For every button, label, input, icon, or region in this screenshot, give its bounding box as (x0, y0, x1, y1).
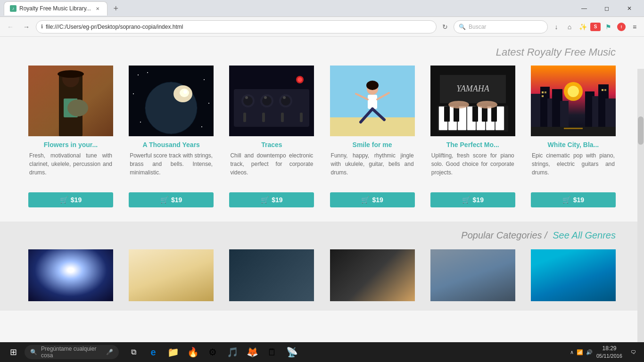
music-title[interactable]: Flowers in your... (28, 136, 113, 151)
notes-app[interactable]: 🗒 (263, 343, 281, 361)
category-card[interactable] (330, 249, 415, 301)
see-all-link[interactable]: See All Genres (553, 230, 616, 240)
svg-rect-42 (368, 95, 377, 109)
shield-icon[interactable]: ⚑ (603, 21, 614, 33)
music-title[interactable]: The Perfect Mo... (430, 136, 515, 151)
scrollbar[interactable] (637, 69, 644, 362)
svg-rect-81 (604, 89, 606, 91)
extensions-icon[interactable]: ✨ (577, 21, 588, 33)
time-display: 18:29 (596, 345, 622, 353)
tab-close-button[interactable]: ✕ (94, 5, 101, 12)
maximize-button[interactable]: ◻ (596, 2, 618, 15)
fire-app[interactable]: 🔥 (184, 343, 202, 361)
browser-titlebar: ♪ Royalty Free Music Library... ✕ + — ◻ … (0, 0, 644, 17)
back-button[interactable]: ← (4, 20, 17, 33)
menu-icon[interactable]: ≡ (629, 21, 640, 33)
volume-icon[interactable]: 🔊 (586, 349, 593, 355)
latest-section-header: Latest Royalty Free Music (0, 37, 644, 66)
explorer-app[interactable]: 📁 (164, 343, 182, 361)
browser-window: ♪ Royalty Free Music Library... ✕ + — ◻ … (0, 0, 644, 362)
search-bar[interactable]: 🔍 Buscar (454, 20, 548, 33)
home-icon[interactable]: ⌂ (564, 21, 575, 33)
mic-icon: 🎤 (106, 349, 113, 355)
url-text[interactable]: file:///C:/Users/eg-pr/Desktop/soprano-c… (46, 24, 431, 30)
category-card[interactable] (229, 249, 314, 301)
music-title[interactable]: A Thousand Years (129, 136, 214, 151)
scrollbar-thumb[interactable] (638, 116, 644, 145)
buy-button[interactable]: 🛒 $19 (330, 192, 415, 207)
search-placeholder: Buscar (469, 24, 486, 30)
svg-rect-34 (243, 113, 246, 122)
search-text: Pregúntame cualquier cosa (41, 346, 102, 359)
cart-icon: 🛒 (60, 196, 68, 204)
settings-app[interactable]: ⚙ (204, 343, 222, 361)
svg-point-31 (283, 96, 286, 99)
reload-button[interactable]: ↻ (439, 21, 451, 33)
forward-button[interactable]: → (20, 20, 33, 33)
category-card[interactable] (531, 249, 616, 301)
svg-rect-58 (444, 107, 450, 122)
music-description: Fresh, motivational tune with clarinet, … (28, 151, 113, 187)
categories-grid (0, 249, 644, 311)
tab-favicon: ♪ (10, 5, 17, 12)
music-description: Epic cinematic pop with piano, strings, … (531, 151, 616, 187)
music-thumbnail (330, 66, 415, 136)
active-tab[interactable]: ♪ Royalty Free Music Library... ✕ (4, 1, 107, 16)
chevron-icon[interactable]: ∧ (570, 349, 574, 355)
buy-button[interactable]: 🛒 $19 (129, 192, 214, 207)
toolbar-icons: ↓ ⌂ ✨ S ⚑ ! ≡ (551, 21, 640, 33)
network-icon[interactable]: 📶 (577, 349, 583, 355)
taskbar: ⊞ 🔍 Pregúntame cualquier cosa 🎤 ⧉ e 📁 🔥 … (0, 342, 644, 362)
taskbar-search[interactable]: 🔍 Pregúntame cualquier cosa 🎤 (25, 345, 119, 359)
music-card: A Thousand Years Powerful score track wi… (129, 66, 214, 207)
notification-button[interactable]: 🗨 (626, 343, 640, 361)
price-label: $19 (372, 196, 383, 204)
task-view-button[interactable]: ⧉ (124, 343, 142, 361)
start-button[interactable]: ⊞ (4, 343, 23, 361)
latest-section-title: Latest Royalty Free Music (496, 46, 616, 58)
price-label: $19 (473, 196, 484, 204)
svg-rect-80 (602, 89, 603, 91)
new-tab-button[interactable]: + (109, 2, 123, 16)
svg-point-20 (140, 122, 141, 123)
svg-rect-78 (545, 91, 546, 93)
download-icon[interactable]: ↓ (551, 21, 562, 33)
tab-title: Royalty Free Music Library... (19, 5, 91, 12)
edge-app[interactable]: e (144, 343, 162, 361)
info-icon: ℹ (41, 24, 43, 30)
start-icon: ⊞ (10, 347, 17, 357)
categories-section-header: Popular Categories / See All Genres (0, 222, 644, 249)
cart-icon: 🛒 (160, 196, 168, 204)
music-card: White City, Bla... Epic cinematic pop wi… (531, 66, 616, 207)
svg-rect-62 (491, 107, 497, 122)
buy-button[interactable]: 🛒 $19 (28, 192, 113, 207)
music-thumbnail (28, 66, 113, 136)
music-title[interactable]: White City, Bla... (531, 136, 616, 151)
close-button[interactable]: ✕ (619, 2, 640, 15)
firefox-app[interactable]: 🦊 (243, 343, 261, 361)
filezilla-app[interactable]: 📡 (283, 343, 301, 361)
music-title[interactable]: Smile for me (330, 136, 415, 151)
music-thumbnail (229, 66, 314, 136)
svg-point-17 (133, 93, 134, 94)
category-card[interactable] (430, 249, 515, 301)
music-grid: Flowers in your... Fresh, motivational t… (0, 66, 644, 222)
taskbar-right: ∧ 📶 🔊 18:29 05/11/2016 🗨 (570, 343, 640, 361)
svg-rect-37 (300, 113, 303, 122)
music-app[interactable]: 🎵 (223, 343, 241, 361)
buy-button[interactable]: 🛒 $19 (229, 192, 314, 207)
address-bar[interactable]: ℹ file:///C:/Users/eg-pr/Desktop/soprano… (36, 20, 437, 33)
buy-button[interactable]: 🛒 $19 (430, 192, 515, 207)
notification-icon[interactable]: ! (616, 21, 627, 33)
svg-text:YAMAHA: YAMAHA (456, 84, 490, 93)
music-title[interactable]: Traces (229, 136, 314, 151)
sync-icon[interactable]: S (590, 23, 601, 31)
buy-button[interactable]: 🛒 $19 (531, 192, 616, 207)
date-display: 05/11/2016 (596, 353, 622, 360)
minimize-button[interactable]: — (573, 2, 595, 15)
music-thumbnail: YAMAHA (430, 66, 515, 136)
category-card[interactable] (129, 249, 214, 301)
category-card[interactable] (28, 249, 113, 301)
taskbar-clock[interactable]: 18:29 05/11/2016 (596, 345, 622, 360)
music-card: Traces Chill and downtempo electronic tr… (229, 66, 314, 207)
